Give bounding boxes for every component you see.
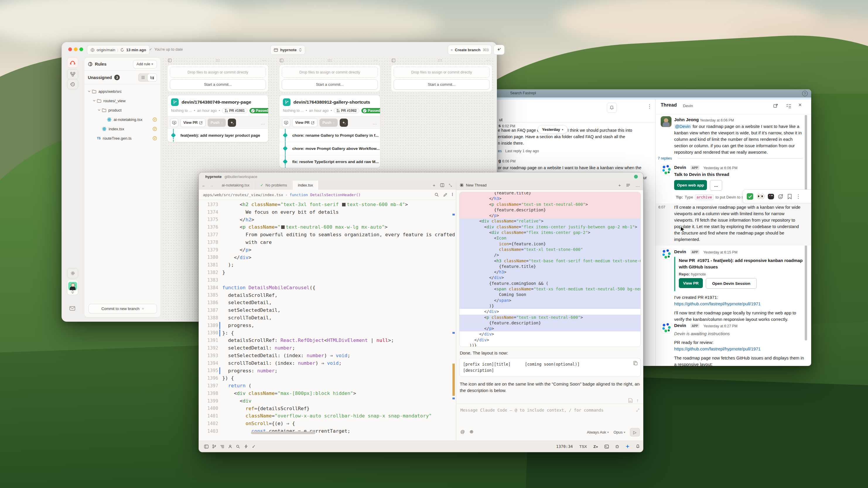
- code-line[interactable]: 1391 detailsScrollRef: React.RefObject<H…: [199, 337, 455, 344]
- nav-back-icon[interactable]: ←: [202, 183, 206, 188]
- search-icon[interactable]: [435, 193, 439, 197]
- mention-devin[interactable]: @Devin: [674, 124, 691, 129]
- eyes-reaction-button[interactable]: [757, 194, 764, 199]
- edit-pencil-icon[interactable]: [443, 193, 447, 197]
- thread-list-icon[interactable]: [626, 184, 630, 187]
- view-mode-toggle[interactable]: [138, 73, 157, 82]
- history-nav-button[interactable]: [67, 79, 78, 89]
- push-button[interactable]: Push ↑: [208, 119, 226, 127]
- user-account-button[interactable]: [67, 280, 78, 295]
- list-view-button[interactable]: [138, 74, 148, 82]
- notification-bell-icon[interactable]: [636, 444, 640, 449]
- tree-item-routetree-gen-ts[interactable]: TSrouteTree.gen.ts: [84, 133, 160, 143]
- branch-menu-icon[interactable]: …: [372, 120, 377, 125]
- chevron-down-icon[interactable]: [88, 91, 91, 92]
- code-line[interactable]: 1387 setSelectedDetail,: [199, 306, 455, 314]
- code-line[interactable]: 1396}) {: [199, 375, 455, 382]
- tab-diagnostics[interactable]: ✓No problems: [255, 181, 293, 190]
- drop-files-zone[interactable]: Drop files to assign or commit directly: [394, 67, 490, 77]
- code-line[interactable]: 1401 className="overflow-x-auto scrollba…: [199, 412, 455, 420]
- pr-attachment-title[interactable]: New PR #1971 - feat(web): add responsive…: [679, 257, 803, 264]
- copy-icon[interactable]: [633, 361, 638, 365]
- thread-reply-link[interactable]: es Last reply 1 day ago: [498, 149, 539, 153]
- branch-card[interactable]: devin/1764380912-gallery-shortcutsNothin…: [279, 95, 380, 168]
- panel-dock-icon[interactable]: [203, 445, 210, 449]
- author-name[interactable]: Devin: [674, 249, 686, 254]
- open-web-app-button[interactable]: Open web app: [674, 180, 707, 190]
- diff-card[interactable]: {feature.title} </h3> <p className="text…: [459, 192, 641, 347]
- push-button[interactable]: Push ↑: [319, 119, 338, 127]
- zoom-traffic-light[interactable]: [80, 47, 83, 51]
- lane-menu-icon[interactable]: …: [486, 57, 491, 62]
- branch-menu-icon[interactable]: …: [260, 120, 266, 125]
- commit-message[interactable]: chore: rename Gallery to Prompt Gallery …: [292, 133, 379, 138]
- collapse-lane-icon[interactable]: [280, 59, 283, 62]
- code-line[interactable]: 1400 ref={detailsScrollRef}: [199, 405, 455, 413]
- code-editor-pane[interactable]: 1373 <h2 className="text-3xl font-serif …: [199, 201, 455, 437]
- maximize-pane-icon[interactable]: ⤡: [449, 183, 452, 188]
- commit-to-new-branch-button[interactable]: Commit to new branch+: [88, 304, 157, 314]
- view-pr-button[interactable]: View PR: [292, 118, 317, 127]
- close-traffic-light[interactable]: [68, 47, 72, 51]
- editor-project-name[interactable]: hyprnote: [205, 174, 222, 179]
- ai-sparkle-icon[interactable]: [625, 444, 630, 449]
- modified-status-icon[interactable]: [153, 118, 157, 122]
- code-line[interactable]: 1378 with care: [199, 238, 455, 246]
- channel-more-icon[interactable]: ⋮: [647, 103, 652, 109]
- author-name[interactable]: Devin: [674, 165, 686, 170]
- code-line[interactable]: 1397 return (: [199, 382, 455, 390]
- commit-row[interactable]: chore: rename Gallery to Prompt Gallery …: [279, 129, 380, 142]
- code-line[interactable]: 1399 <div: [199, 397, 455, 405]
- code-line[interactable]: 1384function DetailsMobileCarousel({: [199, 284, 455, 292]
- tree-item-index-tsx[interactable]: index.tsx: [84, 124, 160, 133]
- send-button[interactable]: ▷: [630, 428, 640, 436]
- tab-ai-notetaking[interactable]: ai-notetaking.tsx: [216, 181, 255, 190]
- lane-menu-icon[interactable]: …: [374, 57, 379, 62]
- scroll-up-icon[interactable]: ↑: [637, 398, 639, 403]
- code-line[interactable]: 1386 selectedDetail,: [199, 299, 455, 306]
- tree-item-routes-view[interactable]: routes/_view: [84, 96, 160, 105]
- modified-status-icon[interactable]: [153, 127, 157, 131]
- modified-status-icon[interactable]: [153, 136, 157, 140]
- terminal-icon[interactable]: [604, 445, 609, 449]
- search-all-icon[interactable]: [234, 445, 242, 449]
- editor-breadcrumb[interactable]: apps/web/src/routes/_view/index.tsx › fu…: [199, 190, 464, 200]
- pr-number-pill[interactable]: PR #1981: [222, 108, 247, 113]
- start-commit-button[interactable]: Start a commit...: [282, 79, 378, 90]
- diagnostics-check-icon[interactable]: ✓: [250, 444, 258, 449]
- branch-name[interactable]: devin/1764380912-gallery-shortcuts: [293, 100, 370, 105]
- pr-link[interactable]: https://github.com/fastrepl/hyprnote/pul…: [674, 346, 761, 352]
- tab-index-tsx[interactable]: index.tsx: [292, 181, 318, 190]
- pr-link[interactable]: https://github.com/fastrepl/hyprnote/pul…: [674, 301, 761, 307]
- cursor-position[interactable]: 1370:34: [556, 444, 573, 449]
- panel-menu-icon[interactable]: …: [636, 183, 640, 188]
- avatar[interactable]: [661, 116, 672, 127]
- check-reaction-button[interactable]: [747, 193, 753, 200]
- editor-branch-name[interactable]: gitbutler/workspace: [225, 174, 257, 179]
- start-commit-button[interactable]: Start a commit...: [170, 79, 266, 90]
- debug-bug-icon[interactable]: [615, 444, 619, 449]
- code-line[interactable]: 1376 <p className="text-neutral-600 max-…: [199, 223, 455, 231]
- workspace-logo-button[interactable]: [67, 57, 78, 68]
- help-icon[interactable]: ?: [802, 91, 808, 96]
- new-tab-icon[interactable]: +: [433, 183, 435, 188]
- split-pane-icon[interactable]: [440, 183, 444, 187]
- devin-avatar[interactable]: [661, 248, 672, 260]
- code-line[interactable]: 1403 const container = e.currentTarget;: [199, 427, 455, 435]
- review-button[interactable]: [170, 118, 178, 127]
- message-timestamp[interactable]: Yesterday at 6:27 PM: [704, 324, 737, 328]
- base-branch-pill[interactable]: origin/main | 13 min ago: [87, 45, 150, 55]
- add-rule-button[interactable]: Add rule +: [133, 60, 157, 68]
- code-line[interactable]: 1383: [199, 276, 455, 284]
- code-line[interactable]: 1392 selectedDetail: number;: [199, 344, 455, 352]
- message-timestamp[interactable]: Yesterday at 6:15 PM: [704, 250, 737, 254]
- notifications-bell-button[interactable]: [607, 103, 617, 113]
- editor-titlebar[interactable]: hyprnote gitbutler/workspace: [199, 172, 643, 181]
- code-line[interactable]: 1380 </div>: [199, 254, 455, 261]
- outline-icon[interactable]: [218, 445, 226, 448]
- commit-message[interactable]: feat(web): add memory layer product page: [180, 133, 260, 138]
- ai-commit-button[interactable]: [228, 119, 236, 127]
- collapse-lane-icon[interactable]: [168, 59, 172, 62]
- git-branch-icon[interactable]: [210, 444, 218, 449]
- mention-context-icon[interactable]: @: [460, 429, 465, 434]
